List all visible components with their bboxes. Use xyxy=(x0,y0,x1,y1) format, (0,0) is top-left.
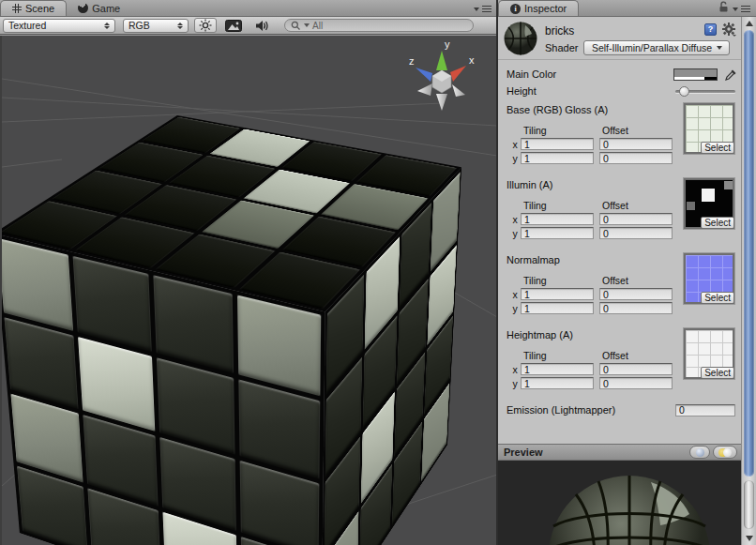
main-color-label: Main Color xyxy=(507,68,673,80)
tab-game[interactable]: Game xyxy=(67,0,131,16)
scene-audio-toggle[interactable] xyxy=(250,18,273,33)
select-button[interactable]: Select xyxy=(701,292,734,304)
height-slider[interactable] xyxy=(675,85,735,98)
eyedropper-icon[interactable] xyxy=(725,68,737,81)
shader-value: Self-Illumin/Parallax Diffuse xyxy=(592,42,712,53)
unity-editor-window: Scene Game Textured RGB xyxy=(0,0,756,545)
tiling-y-input[interactable] xyxy=(521,152,594,164)
tab-inspector[interactable]: i Inspector xyxy=(498,0,579,16)
preview-header[interactable]: Preview xyxy=(498,444,741,461)
emission-input[interactable] xyxy=(675,404,735,416)
offset-header: Offset xyxy=(599,275,678,287)
preview-sphere xyxy=(540,461,718,545)
axis-y-label: y xyxy=(509,303,521,314)
image-icon xyxy=(225,20,242,32)
material-name: bricks xyxy=(545,24,730,38)
gizmo-z-axis-cone xyxy=(416,68,432,82)
game-unity-icon xyxy=(78,3,88,13)
preview-lighting-button[interactable] xyxy=(713,446,737,459)
tiling-x-input[interactable] xyxy=(521,288,594,300)
offset-y-input[interactable] xyxy=(599,152,673,164)
inspector-scrollbar[interactable] xyxy=(741,17,756,545)
select-button[interactable]: Select xyxy=(701,367,734,379)
inspector-body: bricks Shader Self-Illumin/Parallax Diff… xyxy=(498,17,741,444)
scene-toolbar: Textured RGB xyxy=(0,17,497,35)
tiling-header: Tiling xyxy=(521,275,599,287)
sphere-icon xyxy=(696,448,704,457)
tiling-x-input[interactable] xyxy=(521,363,594,375)
axis-x-label: x xyxy=(509,289,521,300)
offset-y-input[interactable] xyxy=(599,227,673,239)
slider-knob[interactable] xyxy=(679,86,689,97)
shader-dropdown[interactable]: Self-Illumin/Parallax Diffuse xyxy=(583,40,730,55)
height-row: Height xyxy=(498,83,741,99)
scene-viewport[interactable]: y x z xyxy=(0,36,497,545)
tiling-header: Tiling xyxy=(521,125,599,137)
axis-y-label: y xyxy=(509,378,521,389)
menu-lines-icon xyxy=(741,6,750,12)
cube xyxy=(95,169,401,531)
tab-game-label: Game xyxy=(92,3,120,14)
select-button[interactable]: Select xyxy=(701,142,734,154)
scene-tabbar: Scene Game xyxy=(0,0,497,17)
textured-cube-object[interactable] xyxy=(17,118,467,545)
texture-map-section: Heightmap (A) Select Tiling Offset x y xyxy=(498,328,741,390)
main-color-swatch[interactable] xyxy=(673,68,718,81)
offset-x-input[interactable] xyxy=(599,363,673,375)
cube-tile xyxy=(0,238,73,331)
material-header: bricks Shader Self-Illumin/Parallax Diff… xyxy=(498,17,741,60)
scene-search-field[interactable]: All xyxy=(284,19,474,32)
color-channel-dropdown[interactable]: RGB xyxy=(123,19,189,33)
tiling-x-input[interactable] xyxy=(521,213,594,225)
tab-scene-label: Scene xyxy=(25,3,54,14)
tiling-x-input[interactable] xyxy=(521,138,594,150)
offset-header: Offset xyxy=(599,125,678,137)
offset-header: Offset xyxy=(599,350,678,362)
tiling-y-input[interactable] xyxy=(521,377,594,389)
texture-thumbnail[interactable]: Select xyxy=(684,253,734,304)
texture-thumbnail[interactable]: Select xyxy=(684,178,734,229)
tab-inspector-label: Inspector xyxy=(524,3,567,14)
scene-lighting-toggle[interactable] xyxy=(194,18,217,33)
dropdown-caret-icon xyxy=(474,8,479,11)
scene-panel-menu[interactable] xyxy=(474,6,497,16)
preview-scrollbar-thumb[interactable] xyxy=(744,480,754,529)
texture-maps-list: Base (RGB) Gloss (A) Select Tiling Offse… xyxy=(498,103,741,390)
gizmo-y-label: y xyxy=(445,39,450,50)
shader-label: Shader xyxy=(545,42,578,53)
texture-thumbnail[interactable]: Select xyxy=(684,103,734,154)
dropdown-caret-icon xyxy=(717,46,722,50)
offset-y-input[interactable] xyxy=(599,302,673,314)
preview-viewport[interactable] xyxy=(498,461,741,545)
scene-orientation-gizmo[interactable]: y x z xyxy=(403,39,482,113)
scroll-down-arrow-icon[interactable] xyxy=(746,536,753,541)
gizmo-x-label: x xyxy=(469,54,475,66)
preview-mesh-button[interactable] xyxy=(689,446,710,459)
axis-x-label: x xyxy=(509,364,521,375)
lock-open-icon[interactable] xyxy=(718,1,729,12)
offset-x-input[interactable] xyxy=(599,288,673,300)
render-mode-value: Textured xyxy=(8,20,46,31)
inspector-panel-menu[interactable] xyxy=(733,6,756,16)
gear-icon[interactable] xyxy=(722,23,736,37)
tiling-header: Tiling xyxy=(521,200,599,212)
select-button[interactable]: Select xyxy=(701,217,734,229)
sun-icon xyxy=(199,19,212,32)
tiling-y-input[interactable] xyxy=(521,227,594,239)
inspector-tabbar: i Inspector xyxy=(498,0,756,17)
info-icon: i xyxy=(510,4,521,14)
render-mode-dropdown[interactable]: Textured xyxy=(3,19,115,33)
offset-x-input[interactable] xyxy=(599,213,673,225)
scrollbar-thumb[interactable] xyxy=(744,30,754,477)
scroll-up-arrow-icon[interactable] xyxy=(746,21,753,26)
help-icon[interactable]: ? xyxy=(704,23,717,36)
scene-render-settings-button[interactable] xyxy=(222,18,245,33)
texture-thumbnail[interactable]: Select xyxy=(684,328,734,379)
tiling-header: Tiling xyxy=(521,350,599,362)
offset-y-input[interactable] xyxy=(599,377,673,389)
offset-x-input[interactable] xyxy=(599,138,673,150)
tiling-y-input[interactable] xyxy=(521,302,594,314)
scene-pane: Scene Game Textured RGB xyxy=(0,0,497,545)
tab-scene[interactable]: Scene xyxy=(0,0,67,16)
search-placeholder: All xyxy=(312,21,323,31)
